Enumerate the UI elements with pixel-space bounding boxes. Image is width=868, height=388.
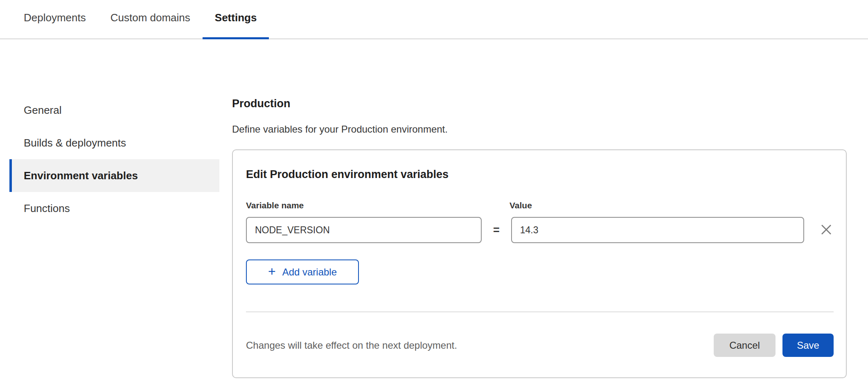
variable-name-input[interactable]: [246, 217, 482, 243]
equals-sign: =: [493, 224, 500, 237]
cancel-button[interactable]: Cancel: [714, 334, 776, 357]
tab-bar: Deployments Custom domains Settings: [0, 0, 868, 39]
page-title: Production: [232, 97, 847, 110]
close-icon: [820, 223, 832, 237]
tab-custom-domains[interactable]: Custom domains: [98, 11, 203, 39]
sidebar-item-general[interactable]: General: [9, 94, 219, 126]
footer-actions: Cancel Save: [714, 334, 834, 357]
settings-sidebar: General Builds & deployments Environment…: [9, 94, 219, 225]
main-panel: Production Define variables for your Pro…: [232, 97, 847, 378]
section-description: Define variables for your Production env…: [232, 124, 847, 135]
tab-settings[interactable]: Settings: [203, 11, 269, 39]
variable-value-input[interactable]: [511, 217, 804, 243]
sidebar-item-environment-variables[interactable]: Environment variables: [9, 159, 219, 192]
sidebar-item-functions[interactable]: Functions: [9, 192, 219, 225]
footer-note: Changes will take effect on the next dep…: [246, 340, 457, 351]
card-title: Edit Production environment variables: [246, 168, 834, 181]
remove-variable-button[interactable]: [819, 223, 834, 237]
variable-row: =: [246, 217, 834, 243]
field-labels-row: Variable name Value: [246, 201, 834, 211]
plus-icon: +: [268, 265, 276, 278]
add-variable-button[interactable]: + Add variable: [246, 259, 359, 284]
tab-deployments[interactable]: Deployments: [11, 11, 98, 39]
add-variable-label: Add variable: [282, 266, 337, 278]
value-label: Value: [510, 201, 532, 210]
content-area: General Builds & deployments Environment…: [0, 39, 868, 378]
save-button[interactable]: Save: [782, 334, 834, 357]
variable-name-label: Variable name: [246, 201, 304, 210]
environment-variables-card: Edit Production environment variables Va…: [232, 149, 847, 378]
sidebar-item-builds-deployments[interactable]: Builds & deployments: [9, 126, 219, 159]
card-footer: Changes will take effect on the next dep…: [246, 312, 834, 376]
